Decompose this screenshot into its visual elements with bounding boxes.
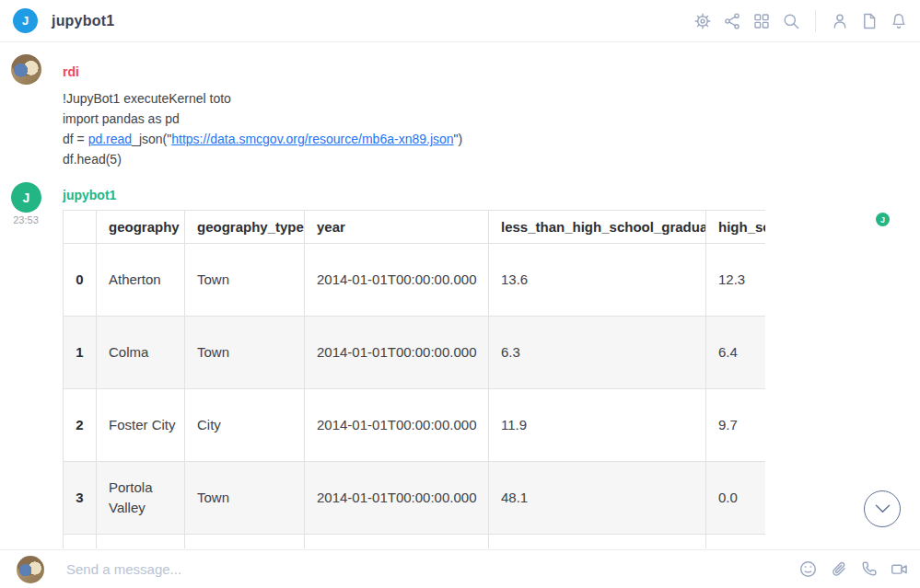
dataframe-table-container: geographygeography_typeyearless_than_hig… <box>63 210 765 548</box>
dataframe-header-row: geographygeography_typeyearless_than_hig… <box>64 211 766 244</box>
bot-avatar-letter: J <box>23 190 30 205</box>
current-user-avatar[interactable] <box>17 556 44 583</box>
dataframe-cell: 0.0 <box>706 462 766 535</box>
video-call-camera-icon[interactable] <box>889 559 909 580</box>
dataframe-cell: Town <box>185 462 305 535</box>
message-line: !JupyBot1 executeKernel toto <box>63 88 462 109</box>
dataframe-cell: 2014-01-01T00:00:00.000 <box>305 389 489 462</box>
dataframe-col-header: geography <box>97 211 185 244</box>
chat-app: J jupybot1 <box>0 0 920 588</box>
composer-actions <box>798 559 909 580</box>
dataframe-col-header: less_than_high_school_graduate <box>489 211 706 244</box>
dataframe-cell: 2014-01-01T00:00:00.000 <box>305 244 489 317</box>
message-link[interactable]: pd.read <box>88 132 132 146</box>
bot-unread-badge: J <box>876 213 890 226</box>
dataframe-cell: Town <box>185 244 305 317</box>
dataframe-cell <box>185 535 305 549</box>
dataframe-cell: 48.1 <box>489 462 706 535</box>
dataframe-cell: City <box>185 389 305 462</box>
message-composer <box>0 549 920 588</box>
search-icon[interactable] <box>781 11 801 31</box>
bot-avatar[interactable]: J <box>11 182 41 213</box>
room-header: J jupybot1 <box>0 0 920 42</box>
members-person-icon[interactable] <box>830 11 850 31</box>
message-line: df.head(5) <box>63 149 462 169</box>
message-timestamp: 23:53 <box>8 214 43 225</box>
dataframe-cell: 6.3 <box>489 317 706 389</box>
dataframe-cell <box>97 535 185 549</box>
phone-call-icon[interactable] <box>858 559 879 580</box>
dataframe-row: 2Foster CityCity2014-01-01T00:00:00.0001… <box>64 389 766 462</box>
dataframe-cell: 6.4 <box>706 317 766 389</box>
dataframe-cell: 0 <box>64 244 97 317</box>
dataframe-cell <box>706 535 766 549</box>
dataframe-cell: 3 <box>64 462 97 535</box>
message-line: import pandas as pd <box>63 109 462 129</box>
badge-letter: J <box>880 215 885 225</box>
dataframe-row: 3Portola ValleyTown2014-01-01T00:00:00.0… <box>64 462 766 535</box>
message-text: df = <box>63 132 88 146</box>
dataframe-col-header: high_sc <box>706 211 766 244</box>
dataframe-cell: Town <box>185 317 305 389</box>
room-avatar-letter: J <box>22 14 29 28</box>
dataframe-table: geographygeography_typeyearless_than_hig… <box>63 210 765 548</box>
dataframe-cell: 13.6 <box>489 244 706 317</box>
user-avatar[interactable] <box>11 54 41 85</box>
dataframe-row: 1ColmaTown2014-01-01T00:00:00.0006.36.4 <box>64 317 766 389</box>
emoji-smiley-icon[interactable] <box>798 559 818 580</box>
header-divider <box>815 10 816 32</box>
message-text: df.head(5) <box>63 152 122 167</box>
chevron-down-icon <box>875 504 891 513</box>
dataframe-cell <box>305 535 489 549</box>
header-actions <box>693 10 909 32</box>
user-username[interactable]: rdi <box>63 64 79 79</box>
room-avatar[interactable]: J <box>13 8 38 33</box>
dataframe-col-header <box>64 211 97 244</box>
room-title: jupybot1 <box>52 13 114 29</box>
notifications-bell-icon[interactable] <box>889 11 909 31</box>
dataframe-col-header: year <box>305 211 489 244</box>
message-list: rdi !JupyBot1 executeKernel totoimport p… <box>0 42 920 549</box>
bot-username[interactable]: jupybot1 <box>63 188 116 202</box>
dataframe-cell: 11.9 <box>489 389 706 462</box>
message-line: df = pd.read_json("https://data.smcgov.o… <box>63 129 462 149</box>
dataframe-cell <box>489 535 706 549</box>
dataframe-col-header: geography_type <box>185 211 305 244</box>
settings-gear-icon[interactable] <box>693 11 713 31</box>
dataframe-cell: 9.7 <box>706 389 766 462</box>
dataframe-cell: 2 <box>64 389 97 462</box>
dataframe-cell <box>64 535 97 549</box>
dataframe-cell: 2014-01-01T00:00:00.000 <box>305 462 489 535</box>
dataframe-cell: Foster City <box>97 389 185 462</box>
dataframe-cell: Colma <box>97 317 185 389</box>
dataframe-cell: Atherton <box>97 244 185 317</box>
dataframe-body: 0AthertonTown2014-01-01T00:00:00.00013.6… <box>64 244 766 549</box>
message-input[interactable] <box>66 561 798 577</box>
apps-grid-icon[interactable] <box>751 11 772 31</box>
scroll-to-bottom-button[interactable] <box>864 490 901 527</box>
message-text: _json(" <box>132 132 171 146</box>
message-text: ") <box>454 132 463 146</box>
share-icon[interactable] <box>722 11 742 31</box>
dataframe-cell: 2014-01-01T00:00:00.000 <box>305 317 489 389</box>
user-message-lines: !JupyBot1 executeKernel totoimport panda… <box>63 88 462 169</box>
dataframe-cell: 1 <box>64 317 97 389</box>
dataframe-cell: Portola Valley <box>97 462 185 535</box>
dataframe-cell: 12.3 <box>706 244 766 317</box>
message-text: import pandas as pd <box>63 111 180 126</box>
file-document-icon[interactable] <box>859 11 879 31</box>
dataframe-row-partial <box>64 535 766 549</box>
dataframe-row: 0AthertonTown2014-01-01T00:00:00.00013.6… <box>64 244 766 317</box>
attachment-paperclip-icon[interactable] <box>828 559 848 580</box>
message-text: !JupyBot1 executeKernel toto <box>63 91 231 106</box>
message-link[interactable]: https://data.smcgov.org/resource/mb6a-xn… <box>171 132 453 146</box>
